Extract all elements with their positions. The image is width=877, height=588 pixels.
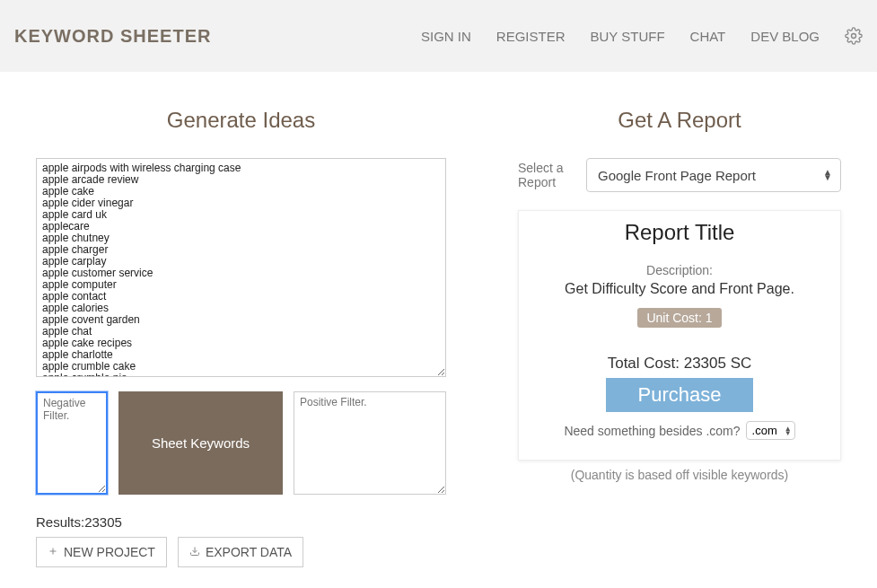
app-header: KEYWORD SHEETER SIGN IN REGISTER BUY STU… (0, 0, 877, 72)
total-cost-text: Total Cost: 23305 SC (537, 355, 822, 373)
top-nav: SIGN IN REGISTER BUY STUFF CHAT DEV BLOG (421, 27, 863, 45)
positive-filter-input[interactable] (294, 391, 446, 495)
new-project-label: NEW PROJECT (64, 545, 155, 559)
report-card: Report Title Description: Get Difficulty… (518, 210, 841, 461)
download-icon (189, 545, 200, 559)
tld-select[interactable]: .com (746, 421, 795, 440)
generate-ideas-column: Generate Ideas Sheet Keywords Results:23… (36, 108, 446, 567)
settings-gear-icon[interactable] (845, 27, 863, 45)
nav-dev-blog[interactable]: DEV BLOG (750, 29, 820, 44)
brand-logo: KEYWORD SHEETER (14, 26, 211, 47)
generate-ideas-heading: Generate Ideas (36, 108, 446, 133)
tld-question-text: Need something besides .com? (564, 424, 740, 438)
report-title: Report Title (537, 220, 822, 245)
get-report-column: Get A Report Select a Report Google Fron… (518, 108, 841, 567)
get-report-heading: Get A Report (518, 108, 841, 133)
select-report-label: Select a Report (518, 161, 572, 189)
description-text: Get Difficulty Score and Front Page. (537, 281, 822, 297)
nav-register[interactable]: REGISTER (496, 29, 566, 44)
report-type-select[interactable]: Google Front Page Report (586, 158, 841, 192)
results-label: Results: (36, 514, 84, 530)
export-data-label: EXPORT DATA (206, 545, 292, 559)
purchase-button[interactable]: Purchase (606, 378, 754, 412)
nav-sign-in[interactable]: SIGN IN (421, 29, 471, 44)
export-data-button[interactable]: EXPORT DATA (178, 537, 303, 567)
description-label: Description: (537, 263, 822, 277)
nav-buy-stuff[interactable]: BUY STUFF (590, 29, 664, 44)
keywords-textarea[interactable] (36, 158, 446, 377)
results-count: 23305 (84, 514, 122, 530)
new-project-button[interactable]: NEW PROJECT (36, 537, 167, 567)
sheet-keywords-button[interactable]: Sheet Keywords (118, 391, 283, 495)
results-count-line: Results:23305 (36, 514, 446, 530)
plus-icon (48, 545, 58, 559)
unit-cost-badge: Unit Cost: 1 (637, 308, 721, 328)
svg-point-0 (852, 34, 856, 39)
negative-filter-input[interactable] (36, 391, 108, 495)
quantity-note: (Quantity is based off visible keywords) (518, 468, 841, 482)
nav-chat[interactable]: CHAT (690, 29, 726, 44)
